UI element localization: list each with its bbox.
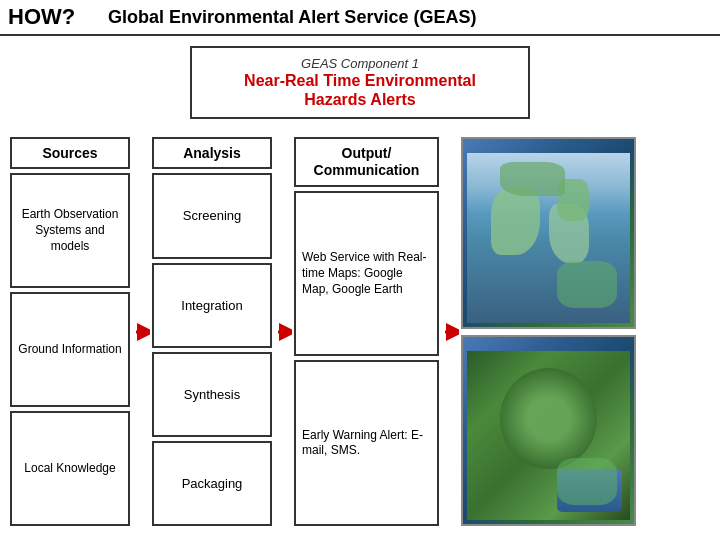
screenshot-google-earth (461, 335, 636, 526)
analysis-header: Analysis (152, 137, 272, 169)
component-box: GEAS Component 1 Near-Real Time Environm… (190, 46, 530, 119)
arrow-output-to-screenshots (439, 137, 461, 526)
sources-header: Sources (10, 137, 130, 169)
main-content: GEAS Component 1 Near-Real Time Environm… (0, 36, 720, 536)
arrow-sources-to-analysis (130, 137, 152, 526)
analysis-item-integration: Integration (152, 263, 272, 348)
output-header: Output/ Communication (294, 137, 439, 187)
how-label: HOW? (8, 4, 108, 30)
source-item-earth: Earth Observation Systems and models (10, 173, 130, 288)
analysis-item-screening: Screening (152, 173, 272, 258)
sources-column: Sources Earth Observation Systems and mo… (10, 137, 130, 526)
analysis-column: Analysis Screening Integration Synthesis… (152, 137, 272, 526)
screenshot-map-1 (463, 139, 634, 326)
arrow-analysis-to-output (272, 137, 294, 526)
component-title: GEAS Component 1 (204, 56, 516, 71)
screenshots-panel (461, 137, 636, 526)
component-subtitle: Near-Real Time Environmental Hazards Ale… (204, 71, 516, 109)
flow-diagram: Sources Earth Observation Systems and mo… (10, 137, 710, 526)
screenshot-map-2 (463, 337, 634, 524)
output-item-webservice: Web Service with Real-time Maps: Google … (294, 191, 439, 357)
analysis-item-synthesis: Synthesis (152, 352, 272, 437)
page-title: Global Environmental Alert Service (GEAS… (108, 7, 476, 28)
output-item-alert: Early Warning Alert: E-mail, SMS. (294, 360, 439, 526)
source-item-local: Local Knowledge (10, 411, 130, 526)
page-header: HOW? Global Environmental Alert Service … (0, 0, 720, 36)
analysis-item-packaging: Packaging (152, 441, 272, 526)
screenshot-google-maps (461, 137, 636, 328)
source-item-ground: Ground Information (10, 292, 130, 407)
output-column: Output/ Communication Web Service with R… (294, 137, 439, 526)
diagram-area: GEAS Component 1 Near-Real Time Environm… (10, 46, 710, 526)
